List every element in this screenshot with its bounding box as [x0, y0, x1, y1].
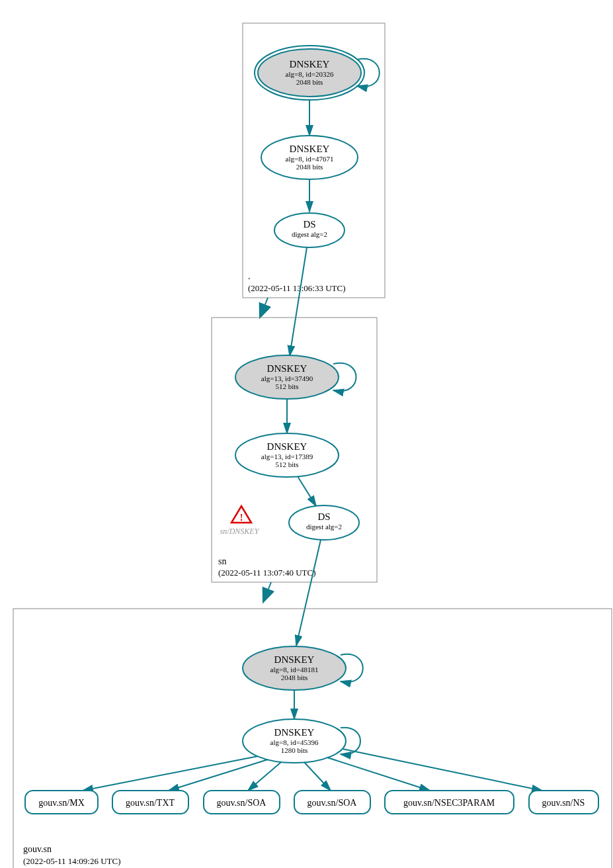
svg-text:alg=8, id=20326: alg=8, id=20326	[286, 70, 334, 78]
svg-text:DNSKEY: DNSKEY	[274, 727, 315, 738]
svg-text:2048 bits: 2048 bits	[296, 163, 323, 171]
zone-gouv-name: gouv.sn	[23, 844, 52, 854]
svg-text:2048 bits: 2048 bits	[281, 673, 308, 681]
warning-icon: !	[231, 506, 251, 523]
svg-text:DNSKEY: DNSKEY	[267, 363, 307, 374]
svg-text:!: !	[240, 513, 243, 523]
svg-text:DS: DS	[303, 219, 315, 230]
edge	[296, 540, 321, 646]
svg-text:gouv.sn/NSEC3PARAM: gouv.sn/NSEC3PARAM	[403, 798, 495, 808]
svg-text:alg=13, id=17389: alg=13, id=17389	[261, 453, 313, 460]
edge	[327, 758, 430, 791]
zone-sn-name: sn	[218, 556, 226, 566]
zone-sn-date: (2022-05-11 13:07:40 UTC)	[218, 568, 316, 578]
zone-gouv-date: (2022-05-11 14:09:26 UTC)	[23, 856, 121, 866]
svg-text:alg=8, id=45396: alg=8, id=45396	[270, 738, 319, 746]
svg-text:512 bits: 512 bits	[275, 460, 298, 468]
svg-text:DNSKEY: DNSKEY	[267, 441, 307, 452]
edge	[343, 749, 542, 791]
delegation-arrow	[261, 298, 268, 314]
zone-root-name: .	[248, 271, 251, 281]
svg-text:DS: DS	[317, 511, 330, 522]
svg-text:gouv.sn/SOA: gouv.sn/SOA	[307, 798, 358, 808]
dnssec-diagram: . (2022-05-11 13:06:33 UTC) DNSKEY alg=8…	[7, 7, 613, 868]
svg-text:gouv.sn/TXT: gouv.sn/TXT	[126, 798, 175, 808]
svg-text:1280 bits: 1280 bits	[281, 746, 308, 754]
svg-text:alg=8, id=47671: alg=8, id=47671	[286, 155, 334, 163]
zone-root-date: (2022-05-11 13:06:33 UTC)	[248, 283, 346, 293]
edge	[290, 247, 307, 356]
warning-label: sn/DNSKEY	[220, 527, 260, 536]
svg-text:DNSKEY: DNSKEY	[274, 654, 315, 665]
svg-text:gouv.sn/SOA: gouv.sn/SOA	[217, 798, 267, 808]
svg-text:512 bits: 512 bits	[275, 382, 298, 390]
edge	[83, 756, 258, 791]
svg-text:gouv.sn/NS: gouv.sn/NS	[542, 798, 585, 808]
svg-text:DNSKEY: DNSKEY	[290, 59, 330, 69]
edge	[304, 762, 331, 791]
svg-text:digest alg=2: digest alg=2	[306, 523, 342, 531]
svg-text:gouv.sn/MX: gouv.sn/MX	[38, 798, 85, 808]
svg-text:DNSKEY: DNSKEY	[290, 144, 330, 154]
edge	[298, 476, 316, 506]
svg-text:alg=8, id=48181: alg=8, id=48181	[270, 666, 319, 673]
svg-text:2048 bits: 2048 bits	[296, 78, 323, 86]
svg-text:digest alg=2: digest alg=2	[292, 230, 327, 238]
delegation-arrow	[265, 582, 271, 599]
svg-text:alg=13, id=37490: alg=13, id=37490	[261, 374, 313, 382]
edge	[248, 762, 281, 791]
